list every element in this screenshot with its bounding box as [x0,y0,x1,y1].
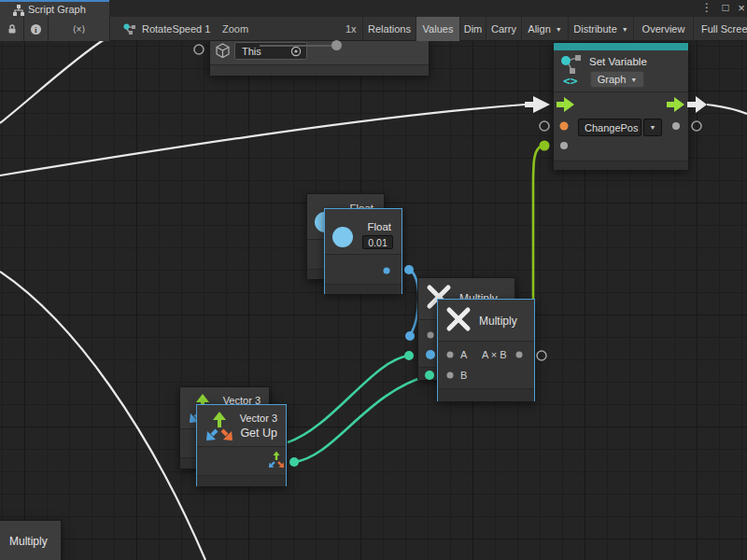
variable-name-dropdown[interactable]: ChangePos [578,119,641,136]
zoom-label: Zoom [222,23,248,35]
this-node[interactable]: This [209,38,430,76]
graph-asset-icon [123,22,136,35]
vector3-icon [203,409,236,442]
toolbar-button-align[interactable]: Align ▼ [521,17,568,41]
toolbar-button-full-screen[interactable]: Full Screen [693,17,747,41]
toolbar-button-dim[interactable]: Dim [459,17,486,41]
variable-kind-accent-bar [554,43,688,50]
multiply-icon [445,306,472,332]
node-title: Float [367,221,391,232]
get-up-node[interactable]: Vector 3 Get Up [196,404,287,486]
code-icon: ⟨×⟩ [73,24,86,35]
zoom-value: 1x [345,23,357,35]
tab-label: Script Graph [28,4,86,15]
zoom-slider-track[interactable] [260,45,338,47]
window-maximize-button[interactable]: □ [718,0,733,17]
chevron-down-icon: ▼ [556,26,562,33]
info-icon: i [30,23,42,35]
float-icon [332,227,353,247]
graph-name: RotateSpeed 1 [142,23,210,35]
object-picker-icon[interactable] [290,46,302,57]
node-title: Multiply [9,535,48,548]
toolbar-button-distribute[interactable]: Distribute ▼ [568,17,633,41]
lock-icon [7,23,18,35]
set-variable-node[interactable]: <> Set Variable Graph ▼ ChangePos ▼ [553,42,689,170]
variable-name-caret-button[interactable]: ▼ [643,119,662,136]
toolbar-button-values[interactable]: Values [416,17,459,41]
port-label-a: A [460,349,467,360]
node-title: Set Variable [589,56,647,67]
set-variable-icon: <> [558,53,586,87]
chevron-down-icon: ▼ [622,26,628,33]
zoom-slider-handle[interactable] [331,40,342,50]
chevron-down-icon: ▼ [650,124,656,131]
float-value-field[interactable]: 0.01 [362,235,393,249]
node-title: Multiply [479,315,517,328]
svg-text:<>: <> [563,74,578,87]
code-view-button[interactable]: ⟨×⟩ [49,17,110,41]
info-button[interactable]: i [24,17,49,41]
port-label-b: B [460,370,467,381]
lock-button[interactable] [0,17,24,41]
vector3-output-port-icon[interactable] [266,450,285,469]
variable-kind-dropdown[interactable]: Graph ▼ [590,71,644,88]
node-title: Vector 3 [240,413,277,424]
port-label-axb: A × B [482,349,507,360]
script-graph-icon [13,5,24,17]
multiply-node-corner[interactable]: Multiply [0,520,62,560]
graph-toolbar: i ⟨×⟩ RotateSpeed 1 Zoom 1x Relations Va… [0,17,747,41]
gameobject-cube-icon [215,43,231,59]
multiply-node[interactable]: Multiply A A × B B [437,299,535,401]
node-subtitle: Get Up [240,427,277,440]
window-menu-button[interactable]: ⋮ [699,0,714,17]
toolbar-button-overview[interactable]: Overview [633,17,693,41]
tab-bar: Script Graph ⋮ □ × [0,0,747,17]
chevron-down-icon: ▼ [630,77,637,83]
unity-visual-scripting-window: Float Multiply Vector 3 Multiply [0,0,747,560]
window-close-button[interactable]: × [735,0,747,17]
toolbar-button-relations[interactable]: Relations [362,17,416,41]
tab-script-graph[interactable]: Script Graph [0,0,109,17]
this-field-value: This [242,46,261,57]
float-node[interactable]: Float 0.01 [324,208,402,294]
toolbar-button-carry[interactable]: Carry [486,17,521,41]
